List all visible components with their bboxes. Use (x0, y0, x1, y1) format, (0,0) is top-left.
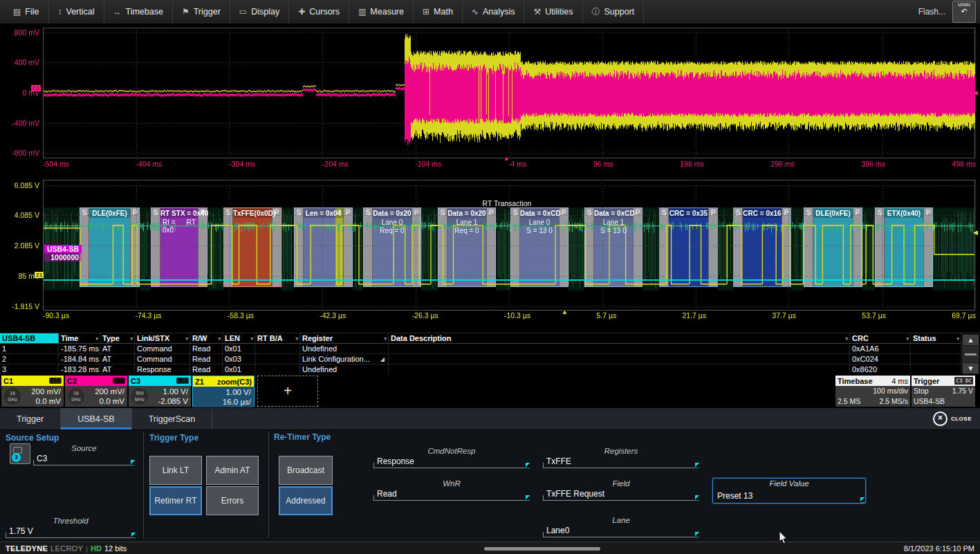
trace-descriptor-c1[interactable]: C1D5016GHz200 mV/0.0 mV (1, 376, 64, 407)
cell-desc (389, 364, 850, 375)
cell-num: 3 (0, 364, 59, 375)
scroll-thumb[interactable] (962, 346, 979, 362)
dropdown-registers[interactable]: RegistersTxFFE◢ (543, 447, 699, 468)
menu-item-file[interactable]: ▤File (4, 0, 49, 24)
bubble-labels: TxFFE(0x0D) (233, 208, 272, 218)
menu-item-analysis[interactable]: ∿Analysis (463, 0, 525, 24)
trace-descriptor-c3[interactable]: C3DC1500MHz1.00 V/-2.085 V (129, 376, 191, 407)
column-header-crc[interactable]: CRC▾ (850, 333, 911, 344)
descriptor-header: C1D50 (1, 376, 64, 386)
retimer-type-button-broadcast[interactable]: Broadcast (279, 456, 333, 485)
menu-item-label: Vertical (66, 7, 95, 17)
field-value-input[interactable]: Field Value Preset 13 ◢ (712, 478, 866, 504)
column-header-status[interactable]: Status▾ (911, 333, 961, 344)
trigger-position-marker[interactable]: ▲ (503, 156, 510, 162)
column-header-register[interactable]: Register▾ (300, 333, 389, 344)
scale-value: 200 mV/ (95, 387, 124, 396)
tab-usb4-sb[interactable]: USB4-SB (61, 408, 132, 430)
start-bit-cell: S (151, 208, 160, 286)
column-header-rt-b-a[interactable]: RT B/A▾ (255, 333, 300, 344)
decode-bubble: SPData = 0xCDLane 0S = 13 0 (510, 207, 568, 287)
column-header-len[interactable]: LEN▾ (223, 333, 255, 344)
bubble-lane-label: Lane 0 (520, 218, 559, 226)
menu-item-trigger[interactable]: ⚑Trigger (173, 0, 230, 24)
table-scrollbar[interactable]: ▲ ▼ (962, 334, 979, 374)
x-axis-label: -74.3 µs (135, 311, 161, 320)
cell-len: 0x01 (223, 364, 255, 375)
add-trace-button[interactable]: + (257, 376, 318, 407)
bubble-labels: Data = 0x20Lane 0Req = 0 (373, 208, 412, 234)
menu-item-display[interactable]: ▭Display (230, 0, 289, 24)
tab-triggerscan[interactable]: TriggerScan (132, 408, 213, 430)
dropdown-field[interactable]: FieldTxFFE Request◢ (543, 479, 699, 501)
menu-item-measure[interactable]: ▥Measure (349, 0, 414, 24)
column-header-type[interactable]: Type▾ (100, 333, 135, 344)
trigger-type-button-admin-at[interactable]: Admin AT (206, 456, 259, 485)
trigger-descriptor[interactable]: Trigger C3 DC Stop 1.75 V USB4-SB (912, 376, 975, 407)
column-header-link-stx[interactable]: Link/STX▾ (135, 333, 190, 344)
source-dropdown[interactable]: Source C3 ◢ (33, 444, 135, 465)
trigger-type-button-errors[interactable]: Errors (206, 486, 259, 515)
support-icon: ⓘ (592, 6, 600, 18)
x-axis-label: 21.7 µs (683, 311, 707, 320)
dropdown-corner-icon: ◢ (695, 463, 699, 468)
trigger-type-button-retimer-rt[interactable]: Retimer RT (149, 486, 202, 515)
tab-trigger[interactable]: Trigger (0, 408, 61, 430)
dropdown-cmdnotresp[interactable]: CmdNotRespResponse◢ (373, 447, 530, 468)
zoom-level-marker[interactable]: ◀ (973, 230, 978, 236)
input-corner-icon: ◢ (860, 497, 865, 503)
analog-waveform-canvas[interactable] (0, 24, 980, 174)
dropdown-wnr[interactable]: WnRRead◢ (373, 479, 530, 501)
retimer-type-button-addressed[interactable]: Addressed (279, 486, 333, 515)
dropdown-lane[interactable]: LaneLane0◢ (543, 516, 699, 537)
menu-item-cursors[interactable]: ✚Cursors (289, 0, 349, 24)
source-channel-button[interactable]: 3 (10, 443, 30, 464)
bw-value: 16 (4, 391, 21, 397)
trigger-level-marker[interactable]: ◀ (973, 90, 978, 96)
zoom-trigger-position-marker[interactable]: ▲ (562, 309, 568, 315)
timebase-descriptor[interactable]: Timebase 4 ms 100 ms/div 2.5 MS 2.5 MS/s (835, 376, 910, 407)
cell-status (911, 354, 961, 364)
z1-zero-badge[interactable]: Z1 (35, 272, 44, 278)
table-row[interactable]: 1-185.75 msATCommandRead0x01Undefined0xA… (0, 344, 961, 354)
trigger-type-button-link-lt[interactable]: Link LT (149, 456, 202, 485)
cell-rw: Read (190, 364, 223, 375)
taskbar-drag-handle[interactable] (484, 547, 600, 551)
section-divider (143, 432, 144, 538)
scale-value: 1.00 V/ (223, 387, 251, 397)
descriptor-body: 16GHz200 mV/0.0 mV (1, 386, 64, 407)
decode-source-label[interactable]: USB4-SB 1000000 (44, 245, 82, 261)
sort-arrow-icon: ▾ (250, 333, 253, 344)
offset-value: 0.0 mV (95, 396, 124, 406)
menu-item-utilities[interactable]: ⚒Utilities (524, 0, 582, 24)
menu-item-label: Measure (370, 7, 404, 17)
table-row[interactable]: 2-184.84 msATCommandRead0x03Link Configu… (0, 354, 961, 364)
column-header-r-w[interactable]: R/W▾ (190, 333, 223, 344)
column-header-time[interactable]: Time▾ (59, 333, 100, 344)
column-header-data-description[interactable]: Data Description▾ (389, 333, 850, 344)
table-corner-cell[interactable]: USB4-SB (0, 333, 59, 344)
bw-unit: GHz (68, 397, 84, 403)
menu-item-support[interactable]: ⓘSupport (583, 0, 645, 24)
math-icon: ⊞ (423, 7, 429, 17)
scroll-up-button[interactable]: ▲ (962, 334, 979, 346)
cell-rw: Read (190, 354, 223, 364)
menu-item-vertical[interactable]: ↕Vertical (49, 0, 104, 24)
undo-button[interactable]: Undo ↶ (952, 1, 976, 23)
dropdown-corner-icon: ◢ (695, 495, 699, 501)
trace-descriptor-c2[interactable]: C2D5016GHz200 mV/0.0 mV (65, 376, 127, 407)
scale-value: 1.00 V/ (158, 387, 188, 396)
c2-zero-badge[interactable]: C2 (31, 85, 41, 91)
offset-value: 16.0 µs/ (223, 397, 251, 407)
zoom-x-axis: -90.3 µs-74.3 µs-58.3 µs-42.3 µs-26.3 µs… (43, 311, 976, 320)
trace-descriptor-z1[interactable]: Z1zoom(C3)1.00 V/16.0 µs/ (192, 376, 255, 407)
threshold-dropdown[interactable]: Threshold 1.75 V ◢ (6, 517, 136, 538)
scroll-down-button[interactable]: ▼ (962, 362, 979, 374)
undo-icon: ↶ (953, 7, 975, 16)
dialog-close-button[interactable]: × CLOSE (933, 408, 980, 430)
parity-bit-cell: P (412, 208, 420, 286)
menu-item-timebase[interactable]: ↔Timebase (104, 0, 173, 24)
menu-item-math[interactable]: ⊞Math (414, 0, 463, 24)
table-row[interactable]: 3-183.28 msATResponseRead0x01Undefined0x… (0, 364, 961, 375)
x-axis-label: -58.3 µs (228, 311, 254, 320)
